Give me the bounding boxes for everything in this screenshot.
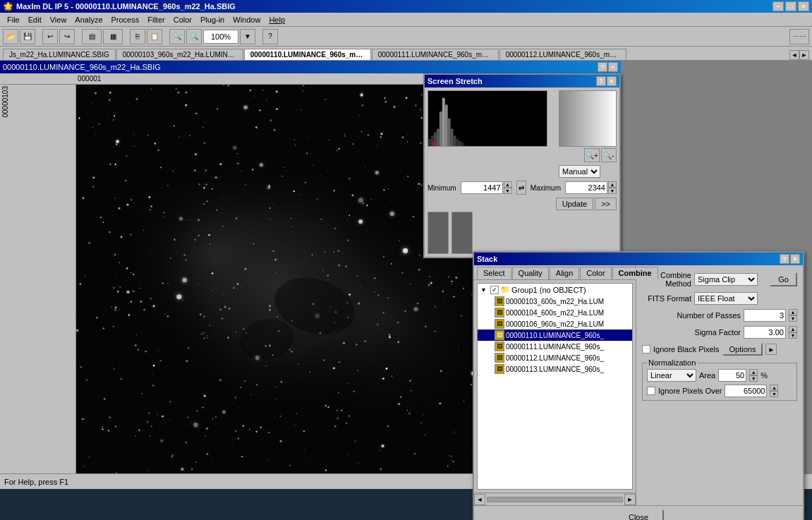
area-up[interactable]: ▲ bbox=[749, 369, 758, 375]
toolbar-copy[interactable]: ⎘ bbox=[130, 29, 145, 44]
ignore-pixels-input[interactable]: 65000 bbox=[725, 385, 767, 397]
passes-up[interactable]: ▲ bbox=[789, 309, 797, 315]
close-button[interactable]: × bbox=[798, 1, 809, 11]
ss-close-btn[interactable]: × bbox=[607, 76, 617, 86]
toolbar-open[interactable]: 📂 bbox=[3, 29, 18, 44]
stack-close-title-btn[interactable]: × bbox=[790, 254, 800, 264]
zoom-input[interactable]: 100% bbox=[203, 30, 238, 44]
toolbar-undo[interactable]: ↩ bbox=[42, 29, 58, 44]
menu-edit[interactable]: Edit bbox=[24, 14, 46, 25]
ss-max-input[interactable]: 2344 bbox=[565, 181, 607, 194]
stack-tab-color[interactable]: Color bbox=[580, 267, 611, 279]
zoom-dropdown[interactable]: ▼ bbox=[240, 29, 255, 44]
area-down[interactable]: ▼ bbox=[749, 375, 758, 382]
menu-filter[interactable]: Filter bbox=[143, 14, 169, 25]
menu-analyze[interactable]: Analyze bbox=[71, 14, 107, 25]
ip-up[interactable]: ▲ bbox=[770, 385, 778, 391]
tree-item-5[interactable]: 🖼 00000112.LUMINANCE_960s_ bbox=[478, 352, 632, 363]
toolbar-more[interactable]: ⋯⋯ bbox=[789, 29, 809, 44]
ss-max-up[interactable]: ▲ bbox=[608, 181, 617, 188]
toolbar-stretch2[interactable]: ▦ bbox=[103, 29, 123, 44]
ss-min-down[interactable]: ▼ bbox=[504, 188, 512, 194]
menu-file[interactable]: File bbox=[3, 14, 24, 25]
tree-group-check[interactable]: ✓ bbox=[490, 286, 499, 294]
fits-format-select[interactable]: IEEE Float 16-bit Integer 32-bit Integer bbox=[694, 292, 758, 305]
tab-2[interactable]: 00000110.LUMINANCE_960s_m22_Ha.SBIG bbox=[244, 49, 371, 60]
menu-plugin[interactable]: Plug-in bbox=[196, 14, 229, 25]
tree-group[interactable]: ▼ ✓ 📁 Group1 (no OBJECT) bbox=[478, 284, 632, 296]
toolbar-zoom-out[interactable]: 🔍 bbox=[169, 29, 185, 44]
minimize-button[interactable]: − bbox=[772, 1, 784, 11]
tab-1[interactable]: 00000103_960s_m22_Ha.LUMINANCE.SBIG bbox=[116, 49, 243, 60]
tree-item-4[interactable]: 🖼 00000111.LUMINANCE_960s_ bbox=[478, 341, 632, 352]
stack-close-btn[interactable]: Close bbox=[613, 509, 664, 521]
title-bar-left: 🌟 MaxIm DL IP 5 - 00000110.LUMINANCE_960… bbox=[3, 1, 236, 11]
tab-3[interactable]: 00000111.LUMINANCE_960s_m22_Ha.SBIG bbox=[372, 49, 499, 60]
options-button[interactable]: Options bbox=[722, 343, 763, 356]
ss-min-input-group: 1447 ▲ ▼ bbox=[461, 181, 512, 194]
tree-scroll-right[interactable]: ► bbox=[624, 494, 636, 505]
ss-swap-btn[interactable]: ⇄ bbox=[516, 181, 526, 195]
sigma-down[interactable]: ▼ bbox=[789, 332, 797, 339]
ss-zoom-out-btn[interactable]: 🔍- bbox=[601, 148, 617, 162]
tab-4[interactable]: 00000112.LUMINANCE_960s_m22_Ha.SBIG bbox=[499, 49, 626, 60]
stack-tab-select[interactable]: Select bbox=[477, 267, 511, 279]
area-input[interactable]: 50 bbox=[718, 369, 746, 382]
go-button[interactable]: Go bbox=[770, 272, 797, 286]
toolbar-paste[interactable]: 📋 bbox=[147, 29, 162, 44]
ss-min-input[interactable]: 1447 bbox=[461, 181, 503, 194]
tab-scroll-right[interactable]: ► bbox=[799, 50, 809, 60]
stack-left-panel: Select Quality Align Color Combine ▼ ✓ 📁… bbox=[474, 265, 636, 505]
toolbar-save[interactable]: 💾 bbox=[20, 29, 35, 44]
passes-input[interactable]: 3 bbox=[744, 309, 786, 322]
tab-scroll-left[interactable]: ◄ bbox=[789, 50, 799, 60]
ss-method-select[interactable]: Manual Auto None bbox=[559, 165, 600, 178]
image-close-btn[interactable]: × bbox=[608, 62, 618, 72]
ip-down[interactable]: ▼ bbox=[770, 391, 778, 397]
toolbar-stretch1[interactable]: ▤ bbox=[82, 29, 102, 44]
menu-view[interactable]: View bbox=[46, 14, 71, 25]
ss-update-btn[interactable]: Update bbox=[556, 198, 593, 210]
tree-item-1[interactable]: 🖼 00000104_600s_m22_Ha.LUM bbox=[478, 307, 632, 318]
tree-item-label-4: 00000111.LUMINANCE_960s_ bbox=[506, 343, 604, 351]
file-tree[interactable]: ▼ ✓ 📁 Group1 (no OBJECT) 🖼 00000103_600s… bbox=[477, 283, 633, 490]
tree-item-6[interactable]: 🖼 00000113.LUMINANCE_960s_ bbox=[478, 363, 632, 375]
combine-method-select[interactable]: Sigma Clip Average Median SD Mask bbox=[694, 273, 758, 286]
stack-help-btn[interactable]: ? bbox=[780, 254, 789, 264]
toolbar-measure[interactable]: ? bbox=[262, 29, 278, 44]
passes-down[interactable]: ▼ bbox=[789, 315, 797, 322]
norm-method-select[interactable]: Linear None Mode bbox=[647, 369, 696, 382]
ss-slider-1[interactable] bbox=[428, 212, 449, 254]
toolbar-redo[interactable]: ↪ bbox=[59, 29, 75, 44]
ignore-pixels-checkbox[interactable] bbox=[647, 387, 655, 395]
maximize-button[interactable]: □ bbox=[785, 1, 796, 11]
stack-tree-scrollbar: ◄ ► bbox=[474, 492, 636, 505]
menu-window[interactable]: Window bbox=[229, 14, 265, 25]
stack-tab-quality[interactable]: Quality bbox=[512, 267, 549, 279]
ss-min-up[interactable]: ▲ bbox=[504, 181, 512, 188]
menu-color[interactable]: Color bbox=[169, 14, 196, 25]
image-help-btn[interactable]: ? bbox=[598, 62, 607, 72]
ss-max-down[interactable]: ▼ bbox=[608, 188, 617, 194]
options-arrow-btn[interactable]: ► bbox=[765, 344, 777, 355]
sigma-input[interactable]: 3.00 bbox=[744, 326, 786, 339]
tree-item-2[interactable]: 🖼 00000106_960s_m22_Ha.LUM bbox=[478, 318, 632, 329]
ss-arrow-btn[interactable]: >> bbox=[595, 198, 617, 210]
ignore-black-checkbox[interactable] bbox=[642, 345, 650, 353]
sigma-up[interactable]: ▲ bbox=[789, 326, 797, 332]
ss-zoom-in-btn[interactable]: 🔍+ bbox=[584, 148, 600, 162]
tree-scroll-track[interactable] bbox=[487, 497, 623, 502]
tree-scroll-left[interactable]: ◄ bbox=[474, 494, 485, 505]
tree-item-icon-3: 🖼 bbox=[495, 330, 504, 340]
menu-help[interactable]: Help bbox=[265, 14, 289, 25]
menu-process[interactable]: Process bbox=[107, 14, 144, 25]
tree-item-3[interactable]: 🖼 00000110.LUMINANCE_960s_ bbox=[478, 329, 632, 341]
tab-0[interactable]: Js_m22_Ha.LUMINANCE.SBIG bbox=[3, 49, 116, 60]
stack-tab-align[interactable]: Align bbox=[550, 267, 579, 279]
ignore-pixels-spin: ▲ ▼ bbox=[770, 385, 778, 397]
ss-slider-2[interactable] bbox=[452, 212, 473, 254]
tree-item-0[interactable]: 🖼 00000103_600s_m22_Ha.LUM bbox=[478, 296, 632, 307]
toolbar-zoom-in[interactable]: 🔍 bbox=[186, 29, 202, 44]
histogram-svg bbox=[428, 91, 547, 146]
ss-help-btn[interactable]: ? bbox=[596, 76, 606, 86]
